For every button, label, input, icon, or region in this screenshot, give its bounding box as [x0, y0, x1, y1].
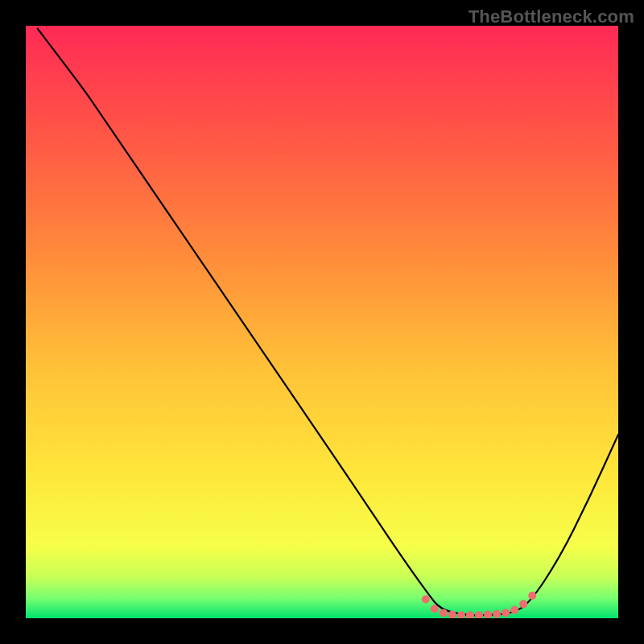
watermark-text: TheBottleneck.com — [469, 6, 634, 27]
dot-marker — [510, 606, 518, 614]
gradient-background — [26, 26, 618, 618]
chart-frame: TheBottleneck.com — [0, 0, 644, 644]
dot-marker — [519, 600, 527, 608]
dot-marker — [528, 592, 536, 600]
dot-marker — [493, 610, 501, 618]
dot-marker — [422, 595, 430, 603]
dot-marker — [502, 609, 510, 617]
dot-marker — [431, 605, 439, 613]
dot-marker — [440, 609, 448, 617]
plot-area — [26, 26, 618, 618]
chart-svg — [26, 26, 618, 618]
